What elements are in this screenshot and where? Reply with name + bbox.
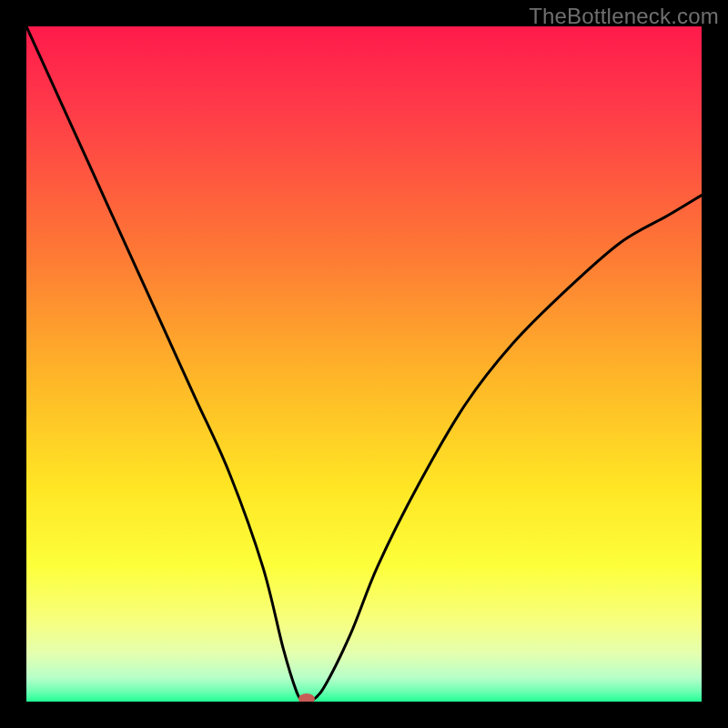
watermark-text: TheBottleneck.com (529, 4, 719, 29)
chart-frame: TheBottleneck.com (0, 0, 728, 728)
chart-svg (26, 26, 702, 702)
plot-area (26, 26, 702, 702)
